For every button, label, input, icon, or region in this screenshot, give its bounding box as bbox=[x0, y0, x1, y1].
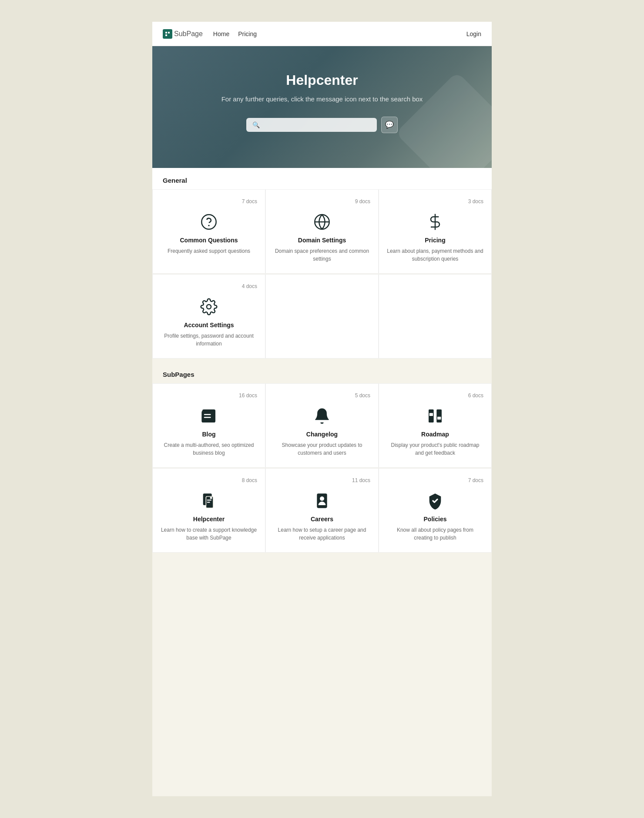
card-title: Changelog bbox=[274, 431, 370, 438]
svg-rect-19 bbox=[429, 413, 433, 416]
card-desc: Domain space preferences and common sett… bbox=[274, 247, 370, 263]
subpages-section-label: SubPages bbox=[163, 371, 481, 378]
subpages-section: SubPages 16 docs Blog bbox=[152, 359, 492, 553]
card-desc: Learn how to create a support knowledge … bbox=[161, 526, 257, 542]
card-desc: Profile settings, password and account i… bbox=[161, 332, 257, 348]
card-title: Domain Settings bbox=[274, 237, 370, 244]
docs-count: 8 docs bbox=[161, 477, 257, 483]
card-title: Helpcenter bbox=[161, 516, 257, 523]
docs-count: 9 docs bbox=[274, 198, 370, 204]
svg-rect-1 bbox=[168, 32, 170, 34]
page-wrapper: SubPage Home Pricing Login Helpcenter Fo… bbox=[152, 22, 492, 796]
logo[interactable]: SubPage bbox=[163, 29, 203, 39]
search-box: 🔍 bbox=[246, 118, 377, 132]
dollar-icon bbox=[387, 213, 483, 231]
card-account-settings[interactable]: 4 docs Account Settings Profile settings… bbox=[152, 274, 265, 359]
card-desc: Showcase your product updates to custome… bbox=[274, 441, 370, 457]
subpages-cards-row2: 8 docs Helpcenter Learn how to create a … bbox=[152, 468, 492, 553]
card-title: Careers bbox=[274, 516, 370, 523]
bell-icon bbox=[274, 407, 370, 425]
hero-section: Helpcenter For any further queries, clic… bbox=[152, 46, 492, 168]
docs-count: 4 docs bbox=[161, 283, 257, 289]
logo-icon bbox=[163, 29, 172, 39]
card-title: Blog bbox=[161, 431, 257, 438]
svg-rect-20 bbox=[437, 416, 441, 419]
docs-count: 11 docs bbox=[274, 477, 370, 483]
empty-cell-2 bbox=[379, 274, 492, 359]
careers-icon bbox=[274, 492, 370, 510]
empty-cell-1 bbox=[265, 274, 379, 359]
login-link[interactable]: Login bbox=[466, 30, 481, 37]
general-cards-row2: 4 docs Account Settings Profile settings… bbox=[152, 274, 492, 359]
svg-point-3 bbox=[201, 215, 216, 229]
question-circle-icon bbox=[161, 213, 257, 231]
general-section-label: General bbox=[152, 168, 492, 189]
card-desc: Learn about plans, payment methods and s… bbox=[387, 247, 483, 263]
roadmap-icon bbox=[387, 407, 483, 425]
docs-count: 6 docs bbox=[387, 392, 483, 399]
card-pricing[interactable]: 3 docs Pricing Learn about plans, paymen… bbox=[379, 189, 492, 274]
svg-rect-2 bbox=[165, 34, 167, 36]
pricing-link[interactable]: Pricing bbox=[238, 29, 257, 39]
search-icon: 🔍 bbox=[252, 121, 260, 128]
svg-point-16 bbox=[321, 409, 322, 410]
card-domain-settings[interactable]: 9 docs Domain Settings Domain space pref… bbox=[265, 189, 379, 274]
navbar: SubPage Home Pricing Login bbox=[152, 22, 492, 46]
card-helpcenter[interactable]: 8 docs Helpcenter Learn how to create a … bbox=[152, 468, 265, 553]
card-title: Pricing bbox=[387, 237, 483, 244]
chat-button[interactable]: 💬 bbox=[381, 117, 398, 133]
docs-count: 16 docs bbox=[161, 392, 257, 399]
svg-rect-18 bbox=[436, 409, 442, 422]
subpages-label-wrapper: SubPages bbox=[152, 359, 492, 383]
card-common-questions[interactable]: 7 docs Common Questions Frequently asked… bbox=[152, 189, 265, 274]
card-policies[interactable]: 7 docs Policies Know all about policy pa… bbox=[379, 468, 492, 553]
shield-icon bbox=[387, 492, 483, 510]
card-title: Policies bbox=[387, 516, 483, 523]
hero-subtitle: For any further queries, click the messa… bbox=[163, 94, 481, 104]
card-desc: Display your product's public roadmap an… bbox=[387, 441, 483, 457]
general-section: General 7 docs Common Questions Frequent… bbox=[152, 168, 492, 359]
general-cards-row1: 7 docs Common Questions Frequently asked… bbox=[152, 189, 492, 274]
svg-rect-13 bbox=[201, 411, 213, 422]
gear-icon bbox=[161, 298, 257, 315]
svg-point-8 bbox=[207, 305, 211, 309]
logo-text: SubPage bbox=[174, 30, 203, 38]
globe-icon bbox=[274, 213, 370, 231]
hero-search-row: 🔍 💬 bbox=[163, 117, 481, 133]
subpages-cards-row1: 16 docs Blog Create a multi-authored, se… bbox=[152, 383, 492, 468]
docs-count: 3 docs bbox=[387, 198, 483, 204]
card-desc: Know all about policy pages from creatin… bbox=[387, 526, 483, 542]
docs-count: 5 docs bbox=[274, 392, 370, 399]
card-careers[interactable]: 11 docs Careers Learn how to setup a car… bbox=[265, 468, 379, 553]
svg-rect-0 bbox=[165, 32, 167, 34]
home-link[interactable]: Home bbox=[213, 29, 229, 39]
card-blog[interactable]: 16 docs Blog Create a multi-authored, se… bbox=[152, 383, 265, 468]
card-title: Common Questions bbox=[161, 237, 257, 244]
search-input[interactable] bbox=[263, 121, 371, 128]
blog-icon bbox=[161, 407, 257, 425]
card-title: Roadmap bbox=[387, 431, 483, 438]
card-roadmap[interactable]: 6 docs Roadmap Display your product's pu… bbox=[379, 383, 492, 468]
hero-title: Helpcenter bbox=[163, 72, 481, 88]
card-desc: Frequently asked support questions bbox=[161, 247, 257, 255]
helpcenter-icon bbox=[161, 492, 257, 510]
card-desc: Learn how to setup a career page and rec… bbox=[274, 526, 370, 542]
card-title: Account Settings bbox=[161, 322, 257, 329]
navbar-links: Home Pricing bbox=[213, 29, 257, 39]
docs-count: 7 docs bbox=[387, 477, 483, 483]
svg-point-23 bbox=[210, 496, 212, 499]
docs-count: 7 docs bbox=[161, 198, 257, 204]
card-desc: Create a multi-authored, seo optimized b… bbox=[161, 441, 257, 457]
svg-point-25 bbox=[320, 496, 324, 501]
card-changelog[interactable]: 5 docs Changelog Showcase your product u… bbox=[265, 383, 379, 468]
